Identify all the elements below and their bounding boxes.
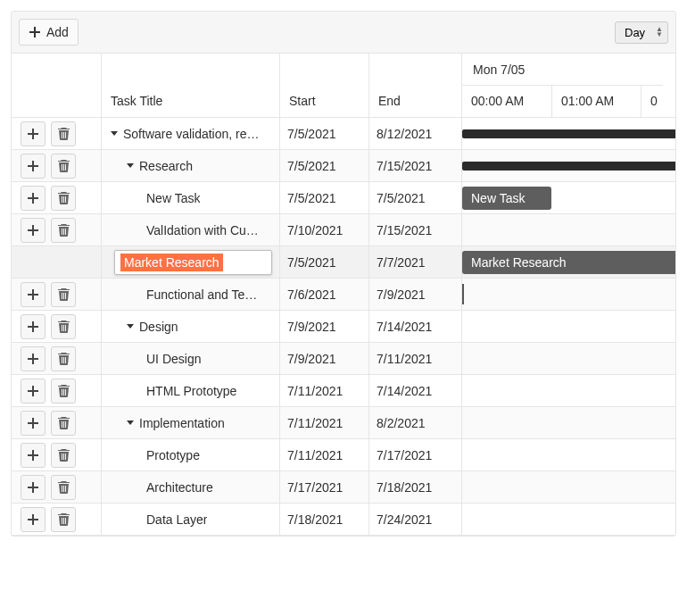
- summary-bar[interactable]: [462, 162, 675, 171]
- task-bar[interactable]: New Task: [462, 187, 551, 210]
- header-start: Start: [279, 54, 368, 117]
- delete-button[interactable]: [51, 346, 76, 371]
- table-row: Implementation7/11/20218/2/2021: [12, 407, 461, 439]
- add-child-button[interactable]: [21, 379, 46, 404]
- row-actions: [12, 471, 101, 503]
- end-cell[interactable]: 7/15/2021: [368, 214, 462, 246]
- task-bar[interactable]: Market Research: [462, 251, 675, 274]
- add-child-button[interactable]: [21, 282, 46, 307]
- add-button-label: Add: [46, 25, 69, 39]
- title-edit-input[interactable]: Market Research: [114, 250, 272, 275]
- end-cell[interactable]: 8/12/2021: [368, 118, 462, 149]
- expand-caret-icon[interactable]: [127, 420, 134, 425]
- trash-icon: [58, 385, 70, 397]
- row-actions: [12, 439, 101, 470]
- add-child-button[interactable]: [21, 218, 46, 243]
- expand-caret-icon[interactable]: [127, 324, 134, 329]
- end-cell[interactable]: 7/11/2021: [368, 343, 462, 374]
- task-title: Functional and Te…: [146, 287, 257, 302]
- start-cell[interactable]: 7/5/2021: [279, 150, 368, 181]
- add-child-button[interactable]: [21, 411, 46, 436]
- end-cell[interactable]: 7/9/2021: [368, 279, 462, 310]
- task-title-cell[interactable]: Implementation: [101, 407, 279, 438]
- delete-button[interactable]: [51, 443, 76, 468]
- task-title-cell[interactable]: ValIdation with Cu…: [101, 214, 279, 246]
- task-title: ValIdation with Cu…: [146, 223, 259, 237]
- start-cell[interactable]: 7/6/2021: [279, 279, 368, 310]
- summary-bar[interactable]: [462, 129, 675, 138]
- timeline-row: Market Research: [462, 246, 675, 279]
- task-title-cell[interactable]: Research: [101, 150, 279, 181]
- delete-button[interactable]: [51, 411, 76, 436]
- expand-caret-icon[interactable]: [111, 131, 118, 136]
- add-child-button[interactable]: [21, 186, 46, 211]
- add-child-button[interactable]: [21, 154, 46, 179]
- task-title-cell[interactable]: Architecture: [101, 471, 279, 503]
- delete-button[interactable]: [51, 507, 76, 532]
- table-row: New Task7/5/20217/5/2021: [12, 182, 461, 214]
- add-child-button[interactable]: [21, 314, 46, 339]
- plus-icon: [28, 386, 38, 396]
- task-title-cell[interactable]: Data Layer: [101, 504, 279, 535]
- add-child-button[interactable]: [21, 475, 46, 500]
- table-row: Data Layer7/18/20217/24/2021: [12, 504, 461, 536]
- timeline-row: [462, 439, 675, 471]
- delete-button[interactable]: [51, 121, 76, 146]
- task-title-cell[interactable]: HTML Prototype: [101, 375, 279, 406]
- plus-icon: [28, 225, 38, 236]
- table-row: Architecture7/17/20217/18/2021: [12, 471, 461, 504]
- end-cell[interactable]: 7/7/2021: [368, 246, 462, 278]
- end-cell[interactable]: 7/5/2021: [368, 182, 462, 213]
- expand-caret-icon[interactable]: [127, 163, 134, 168]
- delete-button[interactable]: [51, 314, 76, 339]
- end-cell[interactable]: 7/14/2021: [368, 311, 462, 342]
- end-cell[interactable]: 7/17/2021: [368, 439, 462, 470]
- end-cell[interactable]: 7/18/2021: [368, 471, 462, 503]
- end-cell[interactable]: 7/15/2021: [368, 150, 462, 181]
- delete-button[interactable]: [51, 379, 76, 404]
- plus-icon: [28, 193, 38, 204]
- plus-icon: [28, 514, 38, 525]
- start-cell[interactable]: 7/5/2021: [279, 182, 368, 213]
- add-child-button[interactable]: [21, 443, 46, 468]
- start-cell[interactable]: 7/17/2021: [279, 471, 368, 503]
- task-title: Software validation, re…: [123, 127, 260, 141]
- timeline-header: Mon 7/05 00:00 AM01:00 AM0: [462, 54, 675, 118]
- start-cell[interactable]: 7/5/2021: [279, 118, 368, 149]
- delete-button[interactable]: [51, 218, 76, 243]
- add-button[interactable]: Add: [19, 19, 79, 46]
- table-row: UI Design7/9/20217/11/2021: [12, 343, 461, 375]
- end-cell[interactable]: 7/24/2021: [368, 504, 462, 535]
- start-cell[interactable]: 7/9/2021: [279, 311, 368, 342]
- timeline-row: New Task: [462, 182, 675, 214]
- task-title: Architecture: [146, 480, 213, 495]
- left-header: Task Title Start End: [12, 54, 461, 118]
- task-title-cell[interactable]: Software validation, re…: [101, 118, 279, 149]
- add-child-button[interactable]: [21, 121, 46, 146]
- timeline-row: [462, 375, 675, 407]
- task-title-cell[interactable]: Functional and Te…: [101, 279, 279, 310]
- task-title-cell[interactable]: Prototype: [101, 439, 279, 470]
- add-child-button[interactable]: [21, 346, 46, 371]
- task-title-cell[interactable]: Market Research: [101, 246, 279, 278]
- task-title-cell[interactable]: New Task: [101, 182, 279, 213]
- end-cell[interactable]: 7/14/2021: [368, 375, 462, 406]
- start-cell[interactable]: 7/18/2021: [279, 504, 368, 535]
- task-title-cell[interactable]: UI Design: [101, 343, 279, 374]
- start-cell[interactable]: 7/11/2021: [279, 375, 368, 406]
- start-cell[interactable]: 7/5/2021: [279, 246, 368, 278]
- start-cell[interactable]: 7/10/2021: [279, 214, 368, 246]
- start-cell[interactable]: 7/9/2021: [279, 343, 368, 374]
- start-cell[interactable]: 7/11/2021: [279, 407, 368, 438]
- view-select[interactable]: Day: [615, 21, 668, 44]
- row-actions: [12, 375, 101, 406]
- start-cell[interactable]: 7/11/2021: [279, 439, 368, 470]
- delete-button[interactable]: [51, 475, 76, 500]
- delete-button[interactable]: [51, 282, 76, 307]
- delete-button[interactable]: [51, 154, 76, 179]
- end-cell[interactable]: 8/2/2021: [368, 407, 462, 438]
- delete-button[interactable]: [51, 186, 76, 211]
- task-title-cell[interactable]: Design: [101, 311, 279, 342]
- row-actions: [12, 407, 101, 438]
- add-child-button[interactable]: [21, 507, 46, 532]
